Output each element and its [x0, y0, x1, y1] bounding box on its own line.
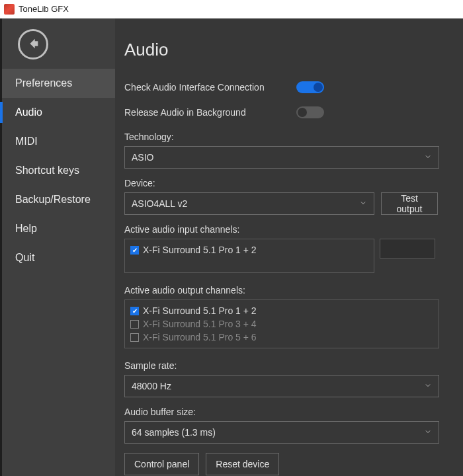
device-label: Device:	[124, 178, 456, 188]
output-channel-item[interactable]: X-Fi Surround 5.1 Pro 3 + 4	[130, 317, 433, 331]
release-bg-label: Release Audio in Background	[124, 107, 246, 118]
reset-device-button[interactable]: Reset device	[206, 453, 279, 475]
channel-level-box	[380, 239, 435, 258]
back-button[interactable]	[18, 29, 48, 60]
check-connection-toggle[interactable]	[296, 81, 324, 93]
output-channels-list: X-Fi Surround 5.1 Pro 1 + 2 X-Fi Surroun…	[124, 299, 439, 348]
input-channels-label: Active audio input channels:	[124, 224, 456, 235]
checkbox-icon	[130, 307, 139, 315]
checkbox-icon	[130, 246, 139, 255]
buffer-label: Audio buffer size:	[124, 407, 456, 417]
output-channels-label: Active audio output channels:	[124, 285, 456, 296]
chevron-down-icon	[424, 427, 432, 438]
page-title: Audio	[124, 40, 456, 60]
window-titlebar: ToneLib GFX	[0, 0, 463, 19]
chevron-down-icon	[424, 152, 432, 163]
input-channels-list: X-Fi Surround 5.1 Pro 1 + 2	[124, 239, 374, 273]
content-pane: Audio Check Audio Interface Connection R…	[115, 19, 463, 476]
sample-rate-select[interactable]: 48000 Hz	[124, 375, 439, 397]
control-panel-button[interactable]: Control panel	[124, 453, 199, 475]
buffer-value: 64 samples (1.3 ms)	[132, 427, 216, 438]
device-value: ASIO4ALL v2	[132, 198, 187, 209]
input-channel-item[interactable]: X-Fi Surround 5.1 Pro 1 + 2	[130, 243, 368, 257]
sidebar-item-backup-restore[interactable]: Backup/Restore	[2, 185, 115, 214]
buffer-select[interactable]: 64 samples (1.3 ms)	[124, 421, 439, 444]
technology-value: ASIO	[132, 152, 153, 163]
sidebar-item-midi[interactable]: MIDI	[2, 127, 115, 156]
sidebar-item-quit[interactable]: Quit	[2, 243, 115, 272]
release-bg-toggle[interactable]	[296, 106, 324, 118]
chevron-down-icon	[359, 198, 367, 209]
window-title: ToneLib GFX	[19, 4, 69, 14]
sidebar: Preferences Audio MIDI Shortcut keys Bac…	[0, 19, 115, 476]
test-output-button[interactable]: Test output	[381, 192, 438, 215]
sample-rate-value: 48000 Hz	[132, 381, 171, 391]
sample-rate-label: Sample rate:	[124, 360, 456, 371]
sidebar-item-shortcut-keys[interactable]: Shortcut keys	[2, 156, 115, 185]
checkbox-icon	[130, 333, 139, 342]
device-select[interactable]: ASIO4ALL v2	[124, 192, 374, 215]
check-connection-label: Check Audio Interface Connection	[124, 82, 265, 93]
back-arrow-icon	[26, 36, 40, 53]
technology-label: Technology:	[124, 132, 456, 142]
output-channel-item[interactable]: X-Fi Surround 5.1 Pro 1 + 2	[130, 304, 433, 317]
output-channel-item[interactable]: X-Fi Surround 5.1 Pro 5 + 6	[130, 331, 433, 344]
sidebar-item-preferences[interactable]: Preferences	[2, 69, 115, 98]
checkbox-icon	[130, 320, 139, 329]
chevron-down-icon	[424, 381, 432, 391]
sidebar-item-help[interactable]: Help	[2, 214, 115, 243]
app-icon	[4, 4, 15, 15]
sidebar-item-audio[interactable]: Audio	[2, 98, 115, 127]
technology-select[interactable]: ASIO	[124, 146, 439, 169]
